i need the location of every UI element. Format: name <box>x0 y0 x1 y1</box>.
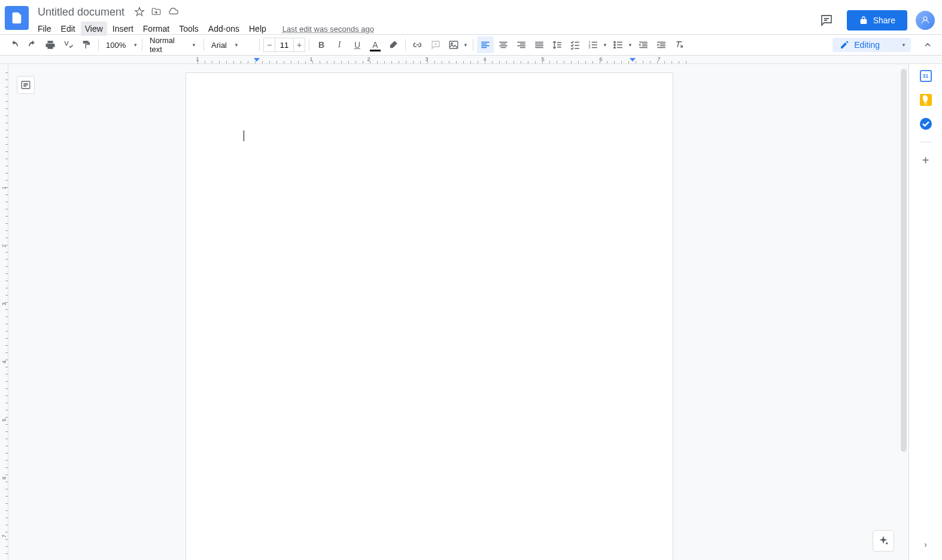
keep-icon <box>920 94 932 106</box>
link-icon <box>412 39 423 50</box>
bulleted-list-button[interactable]: ▼ <box>610 36 634 53</box>
numbered-list-button[interactable]: 123 ▼ <box>585 36 609 53</box>
bold-button[interactable]: B <box>313 36 330 53</box>
add-comment-icon <box>430 39 441 50</box>
title-area: Untitled document File Edit View Insert … <box>34 5 815 37</box>
highlight-color-button[interactable] <box>385 36 402 53</box>
increase-indent-icon <box>656 39 667 50</box>
svg-point-5 <box>614 41 615 42</box>
avatar-icon <box>920 15 931 26</box>
separator <box>473 39 473 51</box>
paragraph-style-select[interactable]: Normal text▼ <box>146 38 200 52</box>
vertical-scrollbar[interactable] <box>901 69 907 452</box>
align-center-button[interactable] <box>495 36 512 53</box>
align-justify-button[interactable] <box>531 36 548 53</box>
keep-app-button[interactable] <box>920 94 932 106</box>
print-button[interactable] <box>42 36 59 53</box>
checklist-button[interactable] <box>567 36 584 53</box>
paint-format-button[interactable] <box>78 36 95 53</box>
checklist-icon <box>570 39 581 50</box>
spellcheck-button[interactable] <box>60 36 77 53</box>
menu-format[interactable]: Format <box>139 22 174 36</box>
svg-point-7 <box>614 47 615 48</box>
align-justify-icon <box>534 39 545 50</box>
print-icon <box>45 39 56 50</box>
move-button[interactable] <box>150 6 162 18</box>
explore-button[interactable] <box>873 530 894 552</box>
underline-button[interactable]: U <box>349 36 366 53</box>
separator <box>142 39 142 51</box>
redo-button[interactable] <box>24 36 41 53</box>
font-family-select[interactable]: Arial▼ <box>208 38 256 52</box>
vertical-ruler[interactable]: 1234567 <box>0 64 8 560</box>
header-right: Share <box>815 8 935 32</box>
explore-icon <box>877 535 889 547</box>
tasks-app-button[interactable] <box>920 118 932 130</box>
undo-button[interactable] <box>6 36 23 53</box>
menu-tools[interactable]: Tools <box>175 22 203 36</box>
increase-font-size-button[interactable]: + <box>293 38 305 52</box>
clear-formatting-button[interactable] <box>671 36 688 53</box>
document-title-input[interactable]: Untitled document <box>34 4 129 20</box>
editing-mode-button[interactable]: Editing ▼ <box>832 38 911 52</box>
tasks-icon <box>920 118 932 130</box>
font-value: Arial <box>211 41 227 50</box>
share-button[interactable]: Share <box>847 10 907 31</box>
right-margin-marker[interactable] <box>630 58 636 62</box>
italic-button[interactable]: I <box>331 36 348 53</box>
svg-rect-0 <box>449 41 458 48</box>
document-page[interactable] <box>186 72 673 560</box>
last-edit-link[interactable]: Last edit was seconds ago <box>282 25 374 34</box>
text-cursor <box>244 130 244 141</box>
insert-image-button[interactable]: ▼ <box>445 36 469 53</box>
docs-logo[interactable] <box>5 6 29 30</box>
line-spacing-button[interactable] <box>549 36 566 53</box>
document-outline-button[interactable] <box>17 76 35 94</box>
cloud-status-button[interactable] <box>167 6 179 18</box>
chevron-down-icon: ▼ <box>192 42 196 48</box>
font-size-input[interactable] <box>275 38 293 52</box>
numbered-list-icon: 123 <box>588 39 598 50</box>
canvas-area <box>8 64 908 560</box>
insert-link-button[interactable] <box>409 36 426 53</box>
menu-help[interactable]: Help <box>245 22 271 36</box>
comment-icon <box>819 13 834 28</box>
menu-file[interactable]: File <box>34 22 56 36</box>
show-comments-button[interactable] <box>815 8 838 32</box>
get-addons-button[interactable]: + <box>920 154 932 166</box>
menu-edit[interactable]: Edit <box>57 22 80 36</box>
menu-bar: File Edit View Insert Format Tools Add-o… <box>34 20 815 37</box>
align-right-button[interactable] <box>513 36 530 53</box>
menu-view[interactable]: View <box>81 22 107 36</box>
spellcheck-icon <box>63 39 74 50</box>
increase-indent-button[interactable] <box>653 36 670 53</box>
collapse-toolbar-button[interactable] <box>919 36 936 53</box>
ruler-number: 6 <box>1 474 7 482</box>
collapse-side-panel-button[interactable]: › <box>919 537 933 552</box>
calendar-app-button[interactable]: 31 <box>920 70 932 82</box>
separator <box>98 39 99 51</box>
menu-insert[interactable]: Insert <box>108 22 138 36</box>
chevron-down-icon: ▼ <box>601 36 609 53</box>
chevron-up-icon <box>923 40 932 50</box>
account-avatar[interactable] <box>916 11 935 30</box>
pencil-icon <box>840 40 849 50</box>
left-margin-marker[interactable] <box>254 58 260 62</box>
bold-icon: B <box>318 40 324 50</box>
undo-icon <box>9 39 20 50</box>
side-panel: 31 + › <box>908 64 942 560</box>
style-value: Normal text <box>150 36 184 54</box>
font-size-control: − + <box>263 38 305 52</box>
star-button[interactable] <box>133 6 145 18</box>
chevron-down-icon: ▼ <box>234 42 239 48</box>
line-spacing-icon <box>552 39 563 50</box>
menu-addons[interactable]: Add-ons <box>204 22 244 36</box>
decrease-indent-button[interactable] <box>635 36 652 53</box>
horizontal-ruler[interactable]: 11234567 <box>0 56 942 64</box>
insert-comment-button[interactable] <box>427 36 444 53</box>
zoom-select[interactable]: 100%▼ <box>102 38 138 52</box>
text-color-button[interactable]: A <box>367 36 384 53</box>
folder-move-icon <box>151 7 162 17</box>
decrease-font-size-button[interactable]: − <box>263 38 275 52</box>
align-left-button[interactable] <box>477 36 494 53</box>
